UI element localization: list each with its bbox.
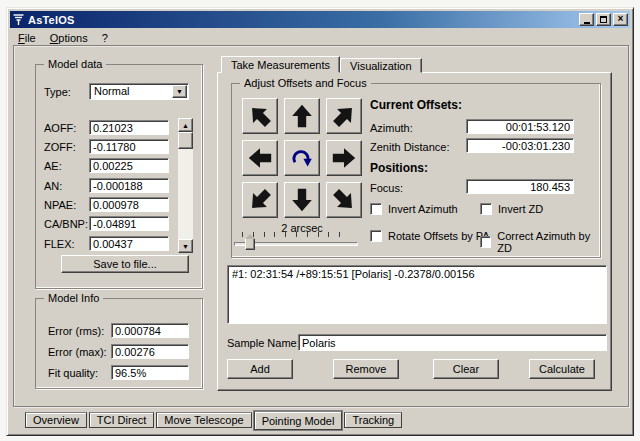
ae-input[interactable] bbox=[89, 158, 169, 173]
invert-zd-checkbox[interactable]: Invert ZD bbox=[480, 203, 543, 215]
slider-thumb[interactable] bbox=[245, 238, 255, 250]
nudge-down-right-button[interactable] bbox=[326, 182, 362, 218]
focus-input[interactable] bbox=[466, 179, 574, 194]
menu-options[interactable]: Options bbox=[43, 30, 95, 46]
nudge-down-left-button[interactable] bbox=[242, 182, 278, 218]
add-button[interactable]: Add bbox=[227, 359, 293, 379]
checkbox-box-icon[interactable] bbox=[370, 230, 382, 242]
rotate-offsets-by-pa-checkbox[interactable]: Rotate Offsets by PA bbox=[370, 230, 490, 242]
correct-azimuth-by-zd-checkbox[interactable]: Correct Azimuth by ZD bbox=[480, 230, 600, 254]
tab-tci-direct[interactable]: TCI Direct bbox=[89, 412, 155, 428]
rotate-offsets-by-pa-label: Rotate Offsets by PA bbox=[388, 230, 490, 242]
tab-overview[interactable]: Overview bbox=[25, 412, 87, 428]
flex-input[interactable] bbox=[89, 236, 169, 251]
invert-zd-label: Invert ZD bbox=[498, 203, 543, 215]
type-label: Type: bbox=[44, 86, 71, 98]
checkbox-box-icon[interactable] bbox=[370, 203, 382, 215]
positions-heading: Positions: bbox=[370, 161, 428, 175]
minimize-icon[interactable] bbox=[579, 13, 594, 26]
adjust-offsets-title: Adjust Offsets and Focus bbox=[240, 77, 371, 89]
app-window: AsTelOS × File Options ? Model data Type… bbox=[6, 7, 634, 436]
remove-button[interactable]: Remove bbox=[333, 359, 399, 379]
model-fields-scrollbar[interactable]: ▲ ▼ bbox=[178, 118, 193, 253]
model-data-group: Model data Type: Normal ▼ AOFF: ZOFF: AE… bbox=[35, 64, 203, 289]
rotate-offsets-button[interactable] bbox=[284, 140, 320, 176]
adjust-offsets-group: Adjust Offsets and Focus 2 arcsec bbox=[231, 83, 601, 258]
nudge-left-button[interactable] bbox=[242, 140, 278, 176]
correct-azimuth-by-zd-label: Correct Azimuth by ZD bbox=[497, 230, 600, 254]
an-label: AN: bbox=[44, 180, 62, 192]
fit-quality-input[interactable] bbox=[111, 365, 189, 380]
invert-azimuth-checkbox[interactable]: Invert Azimuth bbox=[370, 203, 458, 215]
checkbox-box-icon[interactable] bbox=[480, 203, 492, 215]
checkbox-box-icon[interactable] bbox=[480, 236, 491, 248]
focus-label: Focus: bbox=[370, 182, 403, 194]
zoff-input[interactable] bbox=[89, 139, 169, 154]
maximize-icon[interactable] bbox=[596, 13, 611, 26]
menu-help[interactable]: ? bbox=[95, 30, 115, 46]
menu-bar: File Options ? bbox=[11, 29, 629, 46]
current-offsets-heading: Current Offsets: bbox=[370, 98, 462, 112]
zenith-offset-input[interactable] bbox=[466, 138, 574, 153]
model-type-value: Normal bbox=[94, 85, 129, 97]
tab-visualization[interactable]: Visualization bbox=[340, 58, 422, 73]
step-size-slider[interactable] bbox=[234, 230, 358, 256]
window-title: AsTelOS bbox=[28, 14, 74, 26]
tab-tracking[interactable]: Tracking bbox=[344, 412, 402, 428]
model-info-title: Model Info bbox=[44, 292, 103, 304]
chevron-down-icon[interactable]: ▼ bbox=[172, 85, 187, 98]
sample-name-input[interactable] bbox=[298, 334, 607, 351]
zenith-distance-label: Zenith Distance: bbox=[370, 141, 449, 153]
an-input[interactable] bbox=[89, 178, 169, 193]
error-max-label: Error (max): bbox=[48, 346, 107, 358]
azimuth-offset-input[interactable] bbox=[466, 119, 574, 134]
nudge-up-button[interactable] bbox=[284, 98, 320, 134]
save-to-file-button[interactable]: Save to file... bbox=[61, 255, 189, 273]
measurements-listbox[interactable]: #1: 02:31:54 /+89:15:51 [Polaris] -0.237… bbox=[227, 265, 607, 324]
error-rms-label: Error (rms): bbox=[48, 325, 104, 337]
nudge-down-button[interactable] bbox=[284, 182, 320, 218]
scrollbar-thumb[interactable] bbox=[178, 132, 193, 149]
tab-move-telescope[interactable]: Move Telescope bbox=[156, 412, 251, 428]
invert-azimuth-label: Invert Azimuth bbox=[388, 203, 458, 215]
slider-ticks bbox=[242, 232, 350, 237]
scroll-down-icon[interactable]: ▼ bbox=[178, 239, 193, 253]
client-area: Model data Type: Normal ▼ AOFF: ZOFF: AE… bbox=[13, 45, 629, 407]
model-type-combo[interactable]: Normal ▼ bbox=[89, 83, 189, 100]
menu-file[interactable]: File bbox=[11, 30, 43, 46]
scroll-up-icon[interactable]: ▲ bbox=[178, 118, 193, 132]
sample-name-label: Sample Name: bbox=[227, 337, 300, 349]
tab-pointing-model[interactable]: Pointing Model bbox=[254, 411, 343, 430]
measurement-list-item[interactable]: #1: 02:31:54 /+89:15:51 [Polaris] -0.237… bbox=[232, 268, 602, 280]
nudge-up-right-button[interactable] bbox=[326, 98, 362, 134]
cabnp-input[interactable] bbox=[89, 216, 169, 231]
cabnp-label: CA/BNP: bbox=[44, 218, 88, 230]
calculate-button[interactable]: Calculate bbox=[529, 359, 595, 379]
npae-label: NPAE: bbox=[44, 199, 76, 211]
ae-label: AE: bbox=[44, 160, 62, 172]
model-data-title: Model data bbox=[44, 58, 106, 70]
app-icon bbox=[12, 13, 25, 26]
aoff-input[interactable] bbox=[89, 120, 169, 135]
fit-quality-label: Fit quality: bbox=[48, 367, 98, 379]
take-measurements-page: Adjust Offsets and Focus 2 arcsec bbox=[217, 72, 612, 391]
clear-button[interactable]: Clear bbox=[433, 359, 499, 379]
nudge-up-left-button[interactable] bbox=[242, 98, 278, 134]
aoff-label: AOFF: bbox=[44, 122, 76, 134]
workspace-tab-bar: Overview TCI Direct Move Telescope Point… bbox=[25, 412, 402, 430]
screen: { "window": { "title": "AsTelOS" }, "men… bbox=[0, 0, 640, 441]
error-rms-input[interactable] bbox=[111, 323, 189, 338]
nudge-right-button[interactable] bbox=[326, 140, 362, 176]
zoff-label: ZOFF: bbox=[44, 141, 76, 153]
flex-label: FLEX: bbox=[44, 238, 75, 250]
titlebar: AsTelOS × bbox=[10, 11, 630, 28]
tab-take-measurements[interactable]: Take Measurements bbox=[221, 56, 340, 73]
close-icon[interactable]: × bbox=[613, 13, 628, 26]
tab-strip: Take Measurements Visualization bbox=[221, 56, 422, 73]
npae-input[interactable] bbox=[89, 197, 169, 212]
azimuth-label: Azimuth: bbox=[370, 122, 413, 134]
error-max-input[interactable] bbox=[111, 344, 189, 359]
model-info-group: Model Info Error (rms): Error (max): Fit… bbox=[35, 298, 203, 389]
